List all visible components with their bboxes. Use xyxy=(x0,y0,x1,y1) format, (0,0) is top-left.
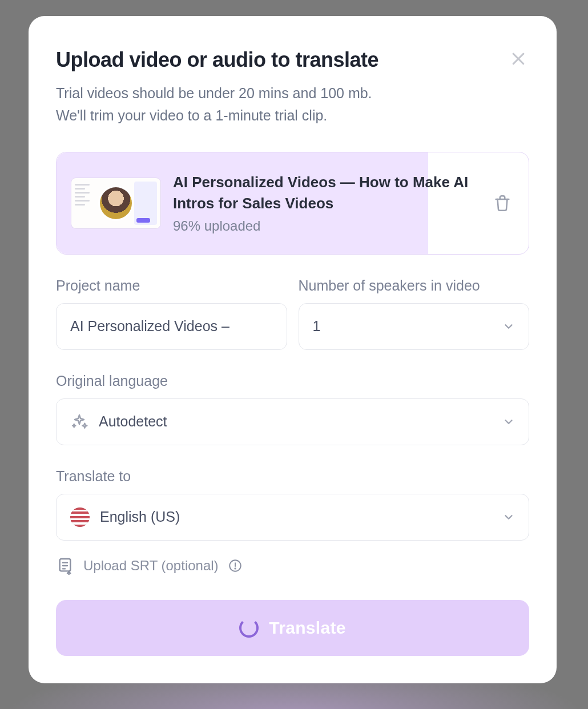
upload-card-inner: AI Personalized Videos — How to Make AI … xyxy=(57,152,529,254)
speakers-group: Number of speakers in video 1 xyxy=(299,277,530,350)
project-name-input[interactable] xyxy=(56,303,287,350)
form-row-1: Project name Number of speakers in video… xyxy=(56,277,529,350)
upload-file-title: AI Personalized Videos — How to Make AI … xyxy=(173,172,478,213)
svg-point-9 xyxy=(235,568,235,569)
speakers-label: Number of speakers in video xyxy=(299,277,530,294)
spinner-icon xyxy=(239,618,259,638)
original-language-value: Autodetect xyxy=(99,413,492,430)
chevron-down-icon xyxy=(502,416,515,428)
file-upload-icon xyxy=(56,557,74,575)
subtitle-line-2: We'll trim your video to a 1-minute tria… xyxy=(56,107,327,123)
translate-button[interactable]: Translate xyxy=(56,600,529,656)
chevron-down-icon xyxy=(502,320,515,333)
upload-srt-button[interactable]: Upload SRT (optional) xyxy=(56,557,243,575)
original-language-label: Original language xyxy=(56,373,529,389)
form-row-3: Translate to English (US) xyxy=(56,468,529,541)
info-icon xyxy=(228,558,243,573)
chevron-down-icon xyxy=(502,511,515,523)
upload-card: AI Personalized Videos — How to Make AI … xyxy=(56,152,529,255)
translate-to-group: Translate to English (US) xyxy=(56,468,529,541)
translate-button-label: Translate xyxy=(269,618,345,638)
project-name-group: Project name xyxy=(56,277,287,350)
modal-subtitle: Trial videos should be under 20 mins and… xyxy=(56,82,529,127)
upload-translate-modal: Upload video or audio to translate Trial… xyxy=(29,16,557,683)
upload-srt-label: Upload SRT (optional) xyxy=(83,558,219,574)
translate-to-label: Translate to xyxy=(56,468,529,485)
sparkle-icon xyxy=(70,413,88,431)
modal-header: Upload video or audio to translate xyxy=(56,48,529,72)
trash-icon xyxy=(493,193,512,213)
translate-to-select[interactable]: English (US) xyxy=(56,494,529,541)
modal-title: Upload video or audio to translate xyxy=(56,48,378,72)
flag-us-icon xyxy=(70,507,90,527)
project-name-label: Project name xyxy=(56,277,287,294)
original-language-select[interactable]: Autodetect xyxy=(56,398,529,445)
original-language-group: Original language Autodetect xyxy=(56,373,529,445)
speakers-select[interactable]: 1 xyxy=(299,303,530,350)
upload-status-text: 96% uploaded xyxy=(173,218,478,234)
speakers-value: 1 xyxy=(313,318,493,335)
close-button[interactable] xyxy=(508,48,529,70)
close-icon xyxy=(510,50,527,67)
upload-text-block: AI Personalized Videos — How to Make AI … xyxy=(173,172,478,234)
translate-to-value: English (US) xyxy=(100,509,492,525)
form-row-2: Original language Autodetect xyxy=(56,373,529,445)
subtitle-line-1: Trial videos should be under 20 mins and… xyxy=(56,85,372,101)
delete-upload-button[interactable] xyxy=(491,192,514,215)
video-thumbnail xyxy=(71,178,160,228)
